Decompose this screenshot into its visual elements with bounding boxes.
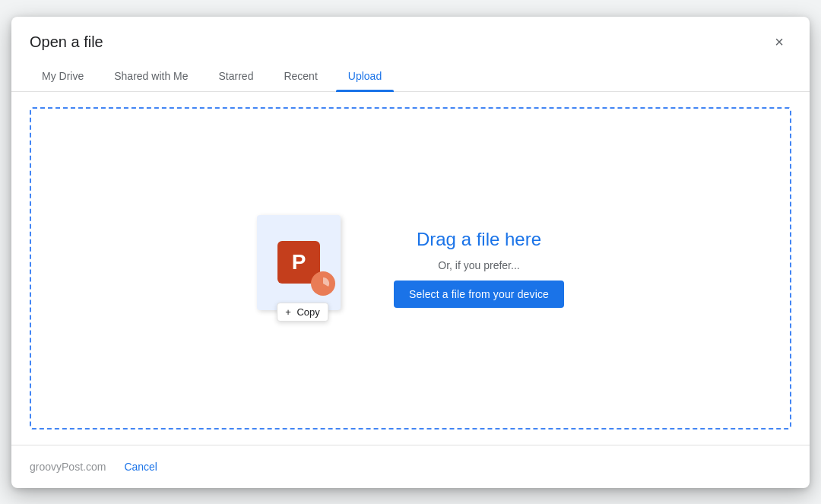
tab-starred[interactable]: Starred — [207, 61, 266, 91]
dialog-overlay: Open a file × My Drive Shared with Me St… — [0, 0, 821, 504]
drop-zone-content: P Copy — [257, 215, 564, 322]
ppt-chart-icon — [311, 271, 335, 296]
tab-recent[interactable]: Recent — [271, 61, 329, 91]
file-icon-background: P — [257, 215, 341, 310]
copy-label: Copy — [296, 306, 319, 318]
pie-chart-svg — [316, 277, 330, 290]
tabs-bar: My Drive Shared with Me Starred Recent U… — [11, 61, 810, 92]
cancel-button[interactable]: Cancel — [115, 455, 166, 479]
dialog-body: P Copy — [11, 92, 810, 445]
or-prefer-text: Or, if you prefer... — [438, 259, 519, 271]
file-icon-wrapper: P Copy — [257, 215, 348, 322]
tab-upload[interactable]: Upload — [336, 61, 394, 91]
dialog-title: Open a file — [30, 33, 103, 51]
dialog-header: Open a file × — [11, 17, 810, 55]
close-button[interactable]: × — [767, 30, 791, 55]
tab-shared-with-me[interactable]: Shared with Me — [102, 61, 200, 91]
drop-text-section: Drag a file here Or, if you prefer... Se… — [394, 229, 564, 308]
copy-tooltip: Copy — [277, 303, 328, 322]
open-file-dialog: Open a file × My Drive Shared with Me St… — [11, 17, 810, 488]
dialog-footer: groovyPost.com Cancel — [11, 445, 810, 488]
drop-zone[interactable]: P Copy — [30, 107, 791, 430]
tab-my-drive[interactable]: My Drive — [30, 61, 96, 91]
watermark-text: groovyPost.com — [30, 461, 106, 473]
powerpoint-icon: P — [268, 232, 329, 293]
select-file-button[interactable]: Select a file from your device — [394, 281, 564, 308]
drag-here-text: Drag a file here — [417, 229, 541, 250]
